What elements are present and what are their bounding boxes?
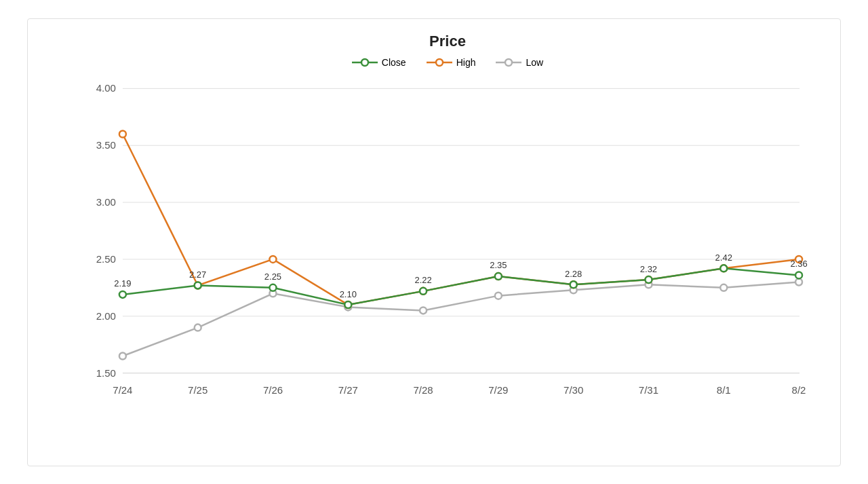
legend-label-low: Low bbox=[526, 57, 543, 68]
legend-item-close: Close bbox=[352, 57, 406, 68]
svg-point-56 bbox=[720, 265, 727, 272]
svg-text:7/28: 7/28 bbox=[413, 384, 433, 395]
legend: Close High Low bbox=[82, 57, 813, 68]
svg-text:4.00: 4.00 bbox=[96, 82, 116, 94]
svg-text:1.50: 1.50 bbox=[96, 367, 116, 378]
svg-point-28 bbox=[119, 352, 126, 359]
svg-text:2.22: 2.22 bbox=[414, 274, 431, 284]
svg-point-38 bbox=[119, 130, 126, 137]
svg-text:7/26: 7/26 bbox=[263, 384, 283, 395]
legend-item-high: High bbox=[427, 57, 476, 68]
svg-text:2.32: 2.32 bbox=[640, 263, 657, 274]
svg-text:2.28: 2.28 bbox=[565, 268, 582, 278]
svg-text:7/24: 7/24 bbox=[113, 384, 132, 395]
svg-point-48 bbox=[119, 291, 126, 297]
svg-text:2.19: 2.19 bbox=[114, 278, 131, 288]
svg-text:2.35: 2.35 bbox=[490, 259, 507, 269]
legend-label-high: High bbox=[456, 57, 476, 68]
svg-point-32 bbox=[420, 307, 427, 314]
svg-point-1 bbox=[361, 59, 368, 66]
svg-text:2.10: 2.10 bbox=[340, 288, 357, 299]
svg-point-3 bbox=[436, 59, 443, 66]
svg-text:2.25: 2.25 bbox=[264, 271, 281, 281]
svg-point-53 bbox=[495, 273, 502, 280]
svg-point-50 bbox=[269, 284, 276, 291]
svg-text:2.27: 2.27 bbox=[189, 269, 206, 279]
svg-point-37 bbox=[795, 278, 802, 285]
svg-text:7/30: 7/30 bbox=[564, 384, 583, 395]
svg-point-52 bbox=[420, 287, 427, 294]
svg-point-33 bbox=[495, 292, 502, 299]
svg-text:3.00: 3.00 bbox=[96, 196, 116, 208]
svg-text:2.36: 2.36 bbox=[790, 258, 807, 268]
chart-container: Price Close High Low bbox=[27, 18, 841, 466]
svg-text:2.42: 2.42 bbox=[715, 252, 732, 262]
svg-point-55 bbox=[645, 276, 652, 283]
svg-text:2.50: 2.50 bbox=[96, 253, 116, 264]
svg-point-49 bbox=[195, 282, 201, 288]
svg-text:7/31: 7/31 bbox=[639, 384, 658, 395]
svg-text:7/29: 7/29 bbox=[488, 384, 508, 395]
svg-point-5 bbox=[505, 59, 512, 66]
svg-point-29 bbox=[195, 324, 201, 331]
svg-text:7/27: 7/27 bbox=[338, 384, 358, 395]
legend-item-low: Low bbox=[496, 57, 543, 68]
svg-point-40 bbox=[269, 255, 276, 262]
svg-text:7/25: 7/25 bbox=[188, 384, 208, 395]
svg-point-57 bbox=[795, 272, 802, 278]
legend-label-close: Close bbox=[382, 57, 406, 68]
svg-point-36 bbox=[720, 284, 727, 291]
svg-text:2.00: 2.00 bbox=[96, 310, 116, 321]
svg-text:8/2: 8/2 bbox=[792, 384, 806, 395]
svg-point-54 bbox=[570, 281, 577, 288]
svg-text:8/1: 8/1 bbox=[717, 384, 731, 395]
svg-point-51 bbox=[344, 301, 351, 308]
price-chart-svg: 4.00 3.50 3.00 2.50 2.00 1.50 7/24 7/25 … bbox=[82, 75, 813, 401]
svg-text:3.50: 3.50 bbox=[96, 139, 116, 151]
chart-title: Price bbox=[82, 33, 813, 50]
